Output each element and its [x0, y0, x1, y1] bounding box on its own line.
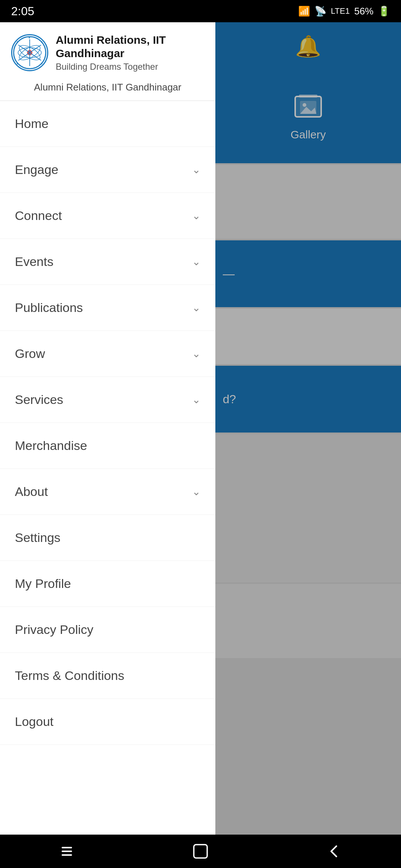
- nav-label-home: Home: [15, 116, 49, 131]
- svg-text:★: ★: [16, 62, 19, 65]
- android-recent-button[interactable]: [52, 840, 82, 862]
- sidebar-item-grow[interactable]: Grow ⌄: [0, 331, 215, 377]
- svg-text:★: ★: [40, 62, 43, 65]
- android-home-button[interactable]: [186, 840, 215, 862]
- nav-label-connect: Connect: [15, 208, 62, 223]
- chevron-down-icon: ⌄: [192, 302, 200, 314]
- sidebar-item-logout[interactable]: Logout: [0, 699, 215, 745]
- main-container: ★ ★ ★ ★ ★ Alumni Relations, IIT Gandhina…: [0, 22, 401, 835]
- sidebar-item-settings[interactable]: Settings: [0, 515, 215, 561]
- svg-text:★: ★: [28, 36, 30, 39]
- drawer-overlay[interactable]: [215, 22, 401, 835]
- nav-label-engage: Engage: [15, 162, 58, 177]
- sidebar-item-events[interactable]: Events ⌄: [0, 239, 215, 285]
- nav-label-events: Events: [15, 254, 53, 269]
- nav-label-terms: Terms & Conditions: [15, 668, 124, 683]
- battery-icon: 🔋: [378, 6, 390, 17]
- chevron-down-icon: ⌄: [192, 486, 200, 498]
- sidebar-item-home[interactable]: Home: [0, 101, 215, 147]
- sidebar-item-engage[interactable]: Engage ⌄: [0, 147, 215, 193]
- nav-label-publications: Publications: [15, 300, 83, 315]
- app-logo: ★ ★ ★ ★ ★: [11, 34, 48, 71]
- nav-label-privacy-policy: Privacy Policy: [15, 622, 94, 637]
- sidebar-item-privacy-policy[interactable]: Privacy Policy: [0, 607, 215, 653]
- chevron-down-icon: ⌄: [192, 164, 200, 176]
- svg-rect-27: [194, 845, 207, 858]
- signal-icon: 📶: [298, 6, 310, 17]
- chevron-down-icon: ⌄: [192, 256, 200, 268]
- android-nav-bar: [0, 835, 401, 868]
- sidebar-item-my-profile[interactable]: My Profile: [0, 561, 215, 607]
- nav-label-grow: Grow: [15, 346, 45, 361]
- app-tagline: Building Dreams Together: [56, 62, 204, 72]
- sidebar-item-about[interactable]: About ⌄: [0, 469, 215, 515]
- sidebar-subtitle: Alumni Relations, IIT Gandhinagar: [11, 78, 204, 93]
- nav-label-settings: Settings: [15, 530, 61, 545]
- chevron-down-icon: ⌄: [192, 394, 200, 406]
- right-panel: 🔔 Gallery — d?: [215, 22, 401, 835]
- svg-text:★: ★: [40, 40, 43, 43]
- sidebar-drawer: ★ ★ ★ ★ ★ Alumni Relations, IIT Gandhina…: [0, 22, 215, 835]
- wifi-icon: 📡: [314, 6, 326, 17]
- status-time: 2:05: [11, 4, 34, 18]
- status-bar: 2:05 📶 📡 LTE1 56% 🔋: [0, 0, 401, 22]
- nav-label-merchandise: Merchandise: [15, 438, 87, 453]
- status-icons: 📶 📡 LTE1 56% 🔋: [298, 6, 390, 17]
- sidebar-header: ★ ★ ★ ★ ★ Alumni Relations, IIT Gandhina…: [0, 22, 215, 101]
- nav-label-services: Services: [15, 392, 63, 407]
- app-title: Alumni Relations, IIT Gandhinagar: [56, 33, 204, 60]
- sidebar-item-services[interactable]: Services ⌄: [0, 377, 215, 423]
- sidebar-item-connect[interactable]: Connect ⌄: [0, 193, 215, 239]
- sidebar-item-publications[interactable]: Publications ⌄: [0, 285, 215, 331]
- sidebar-item-merchandise[interactable]: Merchandise: [0, 423, 215, 469]
- android-back-button[interactable]: [319, 840, 349, 862]
- header-text: Alumni Relations, IIT Gandhinagar Buildi…: [56, 33, 204, 72]
- chevron-down-icon: ⌄: [192, 210, 200, 222]
- sidebar-item-terms[interactable]: Terms & Conditions: [0, 653, 215, 699]
- sidebar-nav: Home Engage ⌄ Connect ⌄ Events ⌄ Publica…: [0, 101, 215, 745]
- chevron-down-icon: ⌄: [192, 348, 200, 360]
- nav-label-about: About: [15, 484, 48, 499]
- svg-text:★: ★: [16, 40, 19, 43]
- nav-label-logout: Logout: [15, 714, 53, 729]
- sidebar-header-top: ★ ★ ★ ★ ★ Alumni Relations, IIT Gandhina…: [11, 33, 204, 72]
- lte-icon: LTE1: [331, 6, 350, 16]
- battery-indicator: 56%: [354, 6, 374, 17]
- nav-label-my-profile: My Profile: [15, 576, 71, 591]
